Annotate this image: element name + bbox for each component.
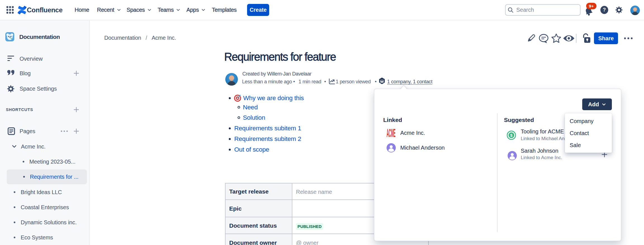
svg-text:ACME: ACME [387,128,396,138]
svg-text:$: $ [510,133,513,138]
